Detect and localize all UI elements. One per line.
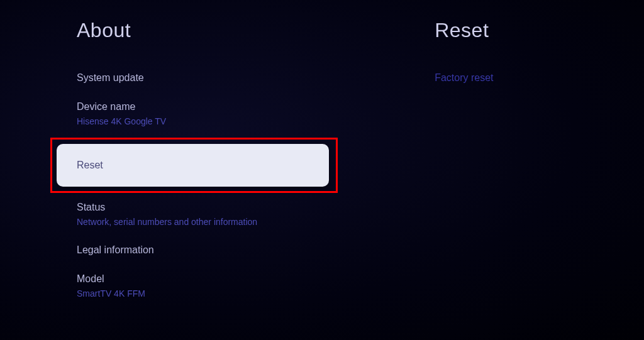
selected-item-wrapper: Reset	[57, 144, 329, 187]
system-update-label: System update	[77, 72, 354, 84]
factory-reset-item[interactable]: Factory reset	[435, 72, 644, 84]
model-value: SmartTV 4K FFM	[77, 288, 354, 299]
reset-item[interactable]: Reset	[57, 144, 329, 187]
legal-information-item[interactable]: Legal information	[77, 244, 354, 256]
model-item[interactable]: Model SmartTV 4K FFM	[77, 273, 354, 299]
status-item[interactable]: Status Network, serial numbers and other…	[77, 202, 354, 227]
model-label: Model	[77, 273, 354, 285]
about-panel: About System update Device name Hisense …	[0, 0, 354, 340]
system-update-item[interactable]: System update	[77, 72, 354, 84]
device-name-item[interactable]: Device name Hisense 4K Google TV	[77, 101, 354, 126]
legal-label: Legal information	[77, 244, 354, 256]
status-subtitle: Network, serial numbers and other inform…	[77, 217, 354, 227]
reset-title: Reset	[435, 19, 644, 42]
device-name-value: Hisense 4K Google TV	[77, 116, 354, 126]
about-title: About	[77, 19, 354, 42]
status-label: Status	[77, 202, 354, 213]
device-name-label: Device name	[77, 101, 354, 112]
reset-panel: Reset Factory reset	[354, 0, 644, 340]
reset-label: Reset	[77, 160, 309, 171]
